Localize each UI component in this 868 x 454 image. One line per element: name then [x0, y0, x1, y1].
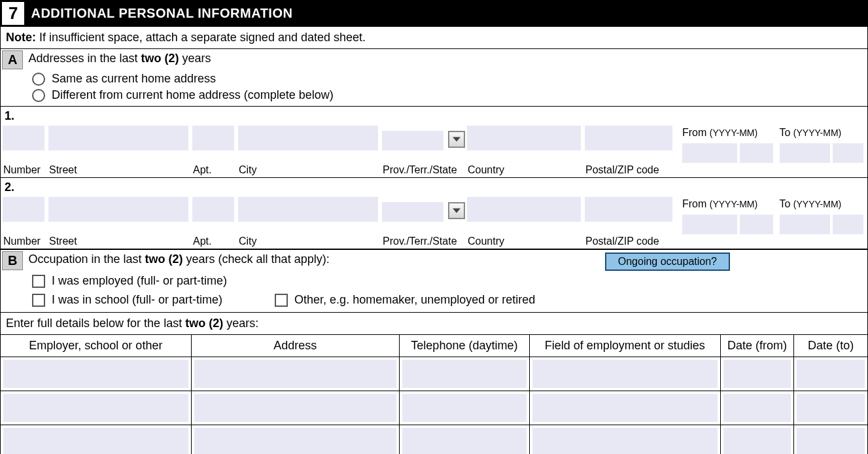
radio-different-address-label: Different from current home address (com…	[52, 88, 334, 102]
radio-different-address-row: Different from current home address (com…	[0, 87, 868, 106]
subsection-a-letter: A	[2, 50, 23, 69]
address-2-country-input[interactable]	[467, 197, 581, 222]
address-2-from-year-input[interactable]	[682, 215, 737, 234]
details-2-employer-input[interactable]	[3, 394, 188, 422]
note-label: Note:	[6, 31, 36, 44]
radio-same-address-row: Same as current home address	[0, 71, 868, 87]
check-employed[interactable]	[32, 275, 45, 288]
details-2-field-input[interactable]	[532, 394, 718, 422]
address-row-1: 1. From (YYYY-MM) To (YYYY-MM)	[0, 106, 868, 177]
address-1-country-input[interactable]	[467, 126, 581, 150]
header-telephone: Telephone (daytime)	[399, 335, 529, 357]
table-row	[1, 357, 868, 391]
address-2-number-input[interactable]	[3, 197, 44, 222]
subsection-b-letter: B	[2, 251, 23, 270]
subsection-a-header: A Addresses in the last two (2) years	[0, 49, 868, 71]
subsection-a-text: Addresses in the last two (2) years	[28, 49, 211, 65]
label-number: Number	[1, 163, 46, 177]
address-1-postal-input[interactable]	[585, 126, 672, 150]
details-3-telephone-input[interactable]	[402, 428, 527, 454]
details-2-address-input[interactable]	[194, 394, 396, 422]
address-1-street-input[interactable]	[48, 126, 188, 150]
radio-same-address[interactable]	[32, 73, 45, 86]
label-country: Country	[465, 163, 583, 177]
address-2-to-year-input[interactable]	[780, 215, 831, 234]
address-2-to-label: To (YYYY-MM)	[780, 198, 842, 209]
note-row: Note: If insufficient space, attach a se…	[0, 27, 868, 49]
header-field: Field of employment or studies	[529, 335, 720, 357]
check-school[interactable]	[32, 294, 45, 307]
subsection-b-header: B Occupation in the last two (2) years (…	[0, 249, 868, 271]
check-employed-row: I was employed (full- or part-time)	[0, 271, 868, 290]
address-2-city-input[interactable]	[238, 197, 378, 222]
address-2-apt-input[interactable]	[192, 197, 234, 222]
address-1-to-label: To (YYYY-MM)	[780, 127, 842, 138]
header-address: Address	[191, 335, 399, 357]
check-employed-label: I was employed (full- or part-time)	[52, 274, 227, 288]
address-2-from-label: From (YYYY-MM)	[682, 198, 757, 209]
radio-different-address[interactable]	[32, 89, 45, 102]
subsection-b-text: Occupation in the last two (2) years (ch…	[28, 250, 329, 266]
address-1-number-label: 1.	[1, 107, 46, 123]
address-2-postal-input[interactable]	[585, 197, 672, 222]
svg-marker-0	[453, 137, 460, 141]
svg-marker-1	[453, 208, 460, 213]
details-3-dateto-input[interactable]	[797, 428, 865, 454]
label-postal: Postal/ZIP code	[583, 163, 674, 177]
address-2-from-month-input[interactable]	[740, 215, 773, 234]
note-text: If insufficient space, attach a separate…	[36, 31, 366, 44]
details-1-employer-input[interactable]	[3, 360, 188, 388]
check-other[interactable]	[275, 294, 288, 307]
details-header-row: Employer, school or other Address Teleph…	[1, 335, 868, 357]
address-2-street-input[interactable]	[48, 197, 188, 222]
details-1-dateto-input[interactable]	[797, 360, 865, 388]
address-1-from-month-input[interactable]	[740, 143, 773, 163]
address-1-prov-input[interactable]	[382, 131, 443, 150]
details-2-telephone-input[interactable]	[402, 394, 527, 422]
address-2-prov-input[interactable]	[382, 202, 443, 222]
details-1-telephone-input[interactable]	[402, 360, 527, 388]
header-employer: Employer, school or other	[1, 335, 192, 357]
header-date-from: Date (from)	[720, 335, 794, 357]
section-title: ADDITIONAL PERSONAL INFORMATION	[26, 6, 292, 21]
header-date-to: Date (to)	[794, 335, 868, 357]
section-header: 7 ADDITIONAL PERSONAL INFORMATION	[0, 0, 868, 27]
address-1-city-input[interactable]	[238, 126, 378, 150]
section-number: 7	[2, 2, 24, 25]
radio-same-address-label: Same as current home address	[52, 72, 216, 86]
address-2-number-label: 2.	[1, 178, 46, 194]
address-2-to-month-input[interactable]	[833, 215, 863, 234]
check-school-row: I was in school (full- or part-time) Oth…	[0, 290, 868, 312]
address-1-to-year-input[interactable]	[780, 143, 831, 163]
address-row-2: 2. From (YYYY-MM) To (YYYY-MM)	[0, 177, 868, 249]
address-1-prov-dropdown[interactable]	[448, 131, 465, 148]
details-intro: Enter full details below for the last tw…	[0, 312, 868, 334]
details-1-datefrom-input[interactable]	[723, 360, 791, 388]
label-apt: Apt.	[190, 163, 236, 177]
address-1-to-month-input[interactable]	[833, 143, 863, 163]
check-school-label: I was in school (full- or part-time)	[52, 293, 222, 307]
address-2-prov-dropdown[interactable]	[448, 202, 465, 219]
ongoing-occupation-button[interactable]: Ongoing occupation?	[605, 253, 730, 271]
details-1-field-input[interactable]	[532, 360, 718, 388]
label-prov: Prov./Terr./State	[380, 163, 465, 177]
address-1-from-label: From (YYYY-MM)	[682, 127, 757, 138]
details-1-address-input[interactable]	[194, 360, 396, 388]
details-table: Employer, school or other Address Teleph…	[0, 334, 868, 454]
chevron-down-icon	[453, 207, 460, 215]
details-3-datefrom-input[interactable]	[723, 428, 791, 454]
address-1-apt-input[interactable]	[192, 126, 234, 150]
details-2-dateto-input[interactable]	[797, 394, 865, 422]
details-3-field-input[interactable]	[532, 428, 718, 454]
check-other-label: Other, e.g. homemaker, unemployed or ret…	[294, 293, 535, 307]
address-1-number-input[interactable]	[3, 126, 44, 150]
table-row	[1, 425, 868, 455]
details-3-employer-input[interactable]	[3, 428, 188, 454]
table-row	[1, 391, 868, 425]
details-2-datefrom-input[interactable]	[723, 394, 791, 422]
address-1-from-year-input[interactable]	[682, 143, 737, 163]
label-street: Street	[46, 163, 190, 177]
chevron-down-icon	[453, 135, 460, 143]
label-city: City	[236, 163, 380, 177]
details-3-address-input[interactable]	[194, 428, 396, 454]
